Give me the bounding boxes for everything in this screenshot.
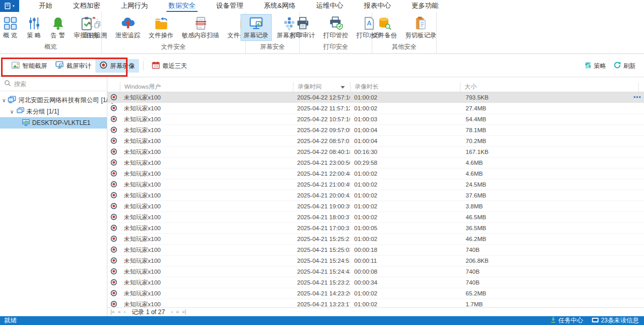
table-row[interactable]: 未知玩家x100 2025-04-21 23:00:50 00:29:58 4.… [107,158,644,168]
last-page-button[interactable]: »| [182,308,186,316]
ribbon-item-flow-trace[interactable]: 流转追溯 [79,14,110,41]
header-menu-col [638,82,644,92]
record-icon [110,203,117,210]
cell-record-time: 2025-04-21 20:00:42 [293,192,350,199]
table-row[interactable]: 未知玩家x100 2025-04-21 17:00:31 01:00:05 36… [107,223,644,234]
recent-three-days-button[interactable]: 23 最近三天 [148,59,191,73]
chevron-down-icon[interactable]: ∨ [9,109,15,115]
task-center-button[interactable]: 任务中心 [550,316,583,325]
app-menu-button[interactable]: ▾ [0,0,19,12]
table-row[interactable]: 未知玩家x100 2025-04-22 08:40:18 00:16:30 16… [107,147,644,158]
cell-windows-user: 未知玩家x100 [120,94,293,102]
cell-record-time: 2025-04-21 15:24:43 [293,269,350,275]
ribbon-item-print-control[interactable]: 打印管控 [320,14,352,41]
tree-node-company[interactable]: ∨ 河北安固云网络科技有限公司 [1/1] [0,94,107,106]
table-row[interactable]: 未知玩家x100 2025-04-21 19:00:39 01:00:02 3.… [107,201,644,212]
table-row[interactable]: 未知玩家x100 2025-04-21 14:23:20 01:00:02 65… [107,288,644,299]
ribbon-item-policy[interactable]: 策 略 [23,14,45,41]
search-input[interactable]: 搜索 [0,77,107,91]
ribbon-item-sensitive-scan[interactable]: 敏感内容扫描 [179,14,222,41]
tree-node-desktop-vlktle1[interactable]: DESKTOP-VLKTLE1 [0,117,107,129]
table-row[interactable]: 未知玩家x100 2025-04-21 20:00:42 01:00:02 37… [107,190,644,201]
header-size[interactable]: 大小 [460,82,638,92]
cell-record-duration: 01:00:02 [350,171,460,177]
table-row[interactable]: 未知玩家x100 2025-04-22 09:57:05 01:00:04 78… [107,125,644,136]
cell-record-time: 2025-04-21 14:23:20 [293,290,350,296]
cell-record-duration: 01:00:04 [350,138,460,144]
table-row[interactable]: 未知玩家x100 2025-04-22 08:57:01 01:00:04 70… [107,136,644,147]
prev-block-button[interactable]: « [118,308,121,316]
screen-video-button[interactable]: 屏幕录像 [95,59,139,73]
table-row[interactable]: 未知玩家x100 2025-04-21 21:00:45 01:00:02 24… [107,179,644,190]
cell-size: 36.5MB [460,225,638,231]
screen-picture-icon [55,61,64,70]
smart-capture-button[interactable]: 智能截屏 [7,60,51,73]
app-window: ▾ 开始 文档加密 上网行为 数据安全 设备管理 系统&网络 运维中心 报表中心… [0,0,644,325]
folder-ops-icon [153,16,169,31]
table-row[interactable]: 未知玩家x100 2025-04-22 12:57:16 01:00:02 79… [107,92,644,103]
next-block-button[interactable]: » [176,308,179,316]
ribbon-item-file-backup[interactable]: 文件备份 [369,14,400,41]
ribbon-group-label: 概览 [0,43,101,53]
ribbon-item-alerts[interactable]: 告 警 [47,14,69,41]
ribbon-item-overview[interactable]: 概 览 [0,14,21,41]
unread-messages-button[interactable]: 23条未读信息 [592,316,639,325]
tree-node-ungrouped[interactable]: ∨ 未分组 [1/1] [0,106,107,117]
menu-item-doc-encrypt[interactable]: 文档加密 [63,0,110,12]
menu-item-start[interactable]: 开始 [29,0,63,12]
prev-page-button[interactable]: ‹ [124,308,125,316]
ribbon-item-screen-record[interactable]: 屏幕记录 [241,14,272,41]
table-row[interactable]: 未知玩家x100 2025-04-21 22:00:48 01:00:02 4.… [107,168,644,179]
ribbon-item-print-audit[interactable]: 打印审计 [287,14,318,41]
org-icon [8,96,16,105]
cell-windows-user: 未知玩家x100 [120,290,293,298]
file-backup-icon [377,16,393,31]
cell-record-duration: 01:00:02 [350,192,460,199]
menu-item-system-network[interactable]: 系统&网络 [254,0,306,12]
menu-item-device-mgmt[interactable]: 设备管理 [206,0,254,12]
row-actions-menu[interactable]: ••• [633,92,641,103]
menu-item-data-security[interactable]: 数据安全 [158,0,206,12]
cell-windows-user: 未知玩家x100 [120,137,293,145]
refresh-icon [613,61,621,70]
next-page-button[interactable]: › [171,308,173,316]
table-row[interactable]: 未知玩家x100 2025-04-21 15:25:03 00:00:18 74… [107,245,644,256]
ribbon-item-file-operations[interactable]: 文件操作 [146,14,177,41]
cell-size: 740B [460,247,638,253]
header-record-duration[interactable]: 录像时长 [350,82,460,92]
header-record-time[interactable]: 录像时间 [293,82,350,92]
record-icon [110,181,117,189]
cell-record-time: 2025-04-21 18:00:37 [293,214,350,220]
policy-sliders-icon [584,62,592,70]
chevron-down-icon[interactable]: ∨ [2,97,6,103]
mail-icon [592,317,599,324]
table-row[interactable]: 未知玩家x100 2025-04-22 10:57:10 01:00:03 54… [107,114,644,125]
capture-audit-button[interactable]: 截屏审计 [51,59,95,73]
header-windows-user[interactable]: Windows用户 [120,82,293,92]
first-page-button[interactable]: |« [110,308,115,316]
refresh-button[interactable]: 刷新 [613,61,636,70]
table-row[interactable]: 未知玩家x100 2025-04-21 18:00:37 01:00:02 46… [107,212,644,223]
clipboard-log-icon [413,16,429,31]
table-row[interactable]: 未知玩家x100 2025-04-22 11:57:13 01:00:02 27… [107,103,644,114]
svg-text:23: 23 [154,64,158,68]
table-row[interactable]: 未知玩家x100 2025-04-21 15:24:51 00:00:11 20… [107,256,644,266]
menu-item-ops-center[interactable]: 运维中心 [306,0,354,12]
table-row[interactable]: 未知玩家x100 2025-04-21 13:23:17 01:00:02 1.… [107,299,644,307]
table-row[interactable]: 未知玩家x100 2025-04-21 15:25:21 01:00:02 46… [107,234,644,245]
cell-size: 793.5KB [460,94,638,101]
table-row[interactable]: 未知玩家x100 2025-04-21 15:24:43 00:00:08 74… [107,266,644,277]
menu-item-web-behavior[interactable]: 上网行为 [110,0,158,12]
cell-windows-user: 未知玩家x100 [120,246,293,254]
ribbon-item-clipboard-log[interactable]: 剪切板记录 [402,14,440,41]
menu-item-report-center[interactable]: 报表中心 [354,0,401,12]
ribbon-item-leak-trace[interactable]: 泄密追踪 [113,14,144,41]
cell-windows-user: 未知玩家x100 [120,279,293,287]
cell-windows-user: 未知玩家x100 [120,224,293,232]
printer-shield-icon [328,16,344,31]
table-row[interactable]: 未知玩家x100 2025-04-21 15:23:22 00:00:34 74… [107,277,644,288]
cell-windows-user: 未知玩家x100 [120,116,293,123]
policy-button[interactable]: 策略 [584,62,606,70]
cell-record-duration: 01:00:02 [350,203,460,209]
menu-item-more[interactable]: 更多功能 [401,0,449,12]
